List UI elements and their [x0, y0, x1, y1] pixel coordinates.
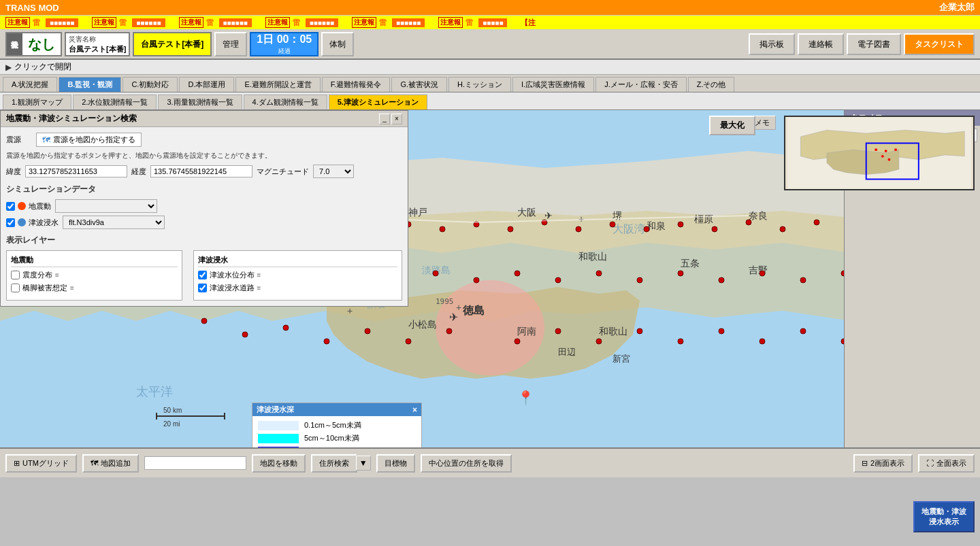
alert-dots-1: ■■■■■■: [46, 18, 78, 27]
tab-z[interactable]: Z.その他: [688, 77, 735, 92]
sim-panel: 地震動・津波シミュレーション検索 _ × 震源 🗺 震源を地図から指定する 震源…: [0, 110, 408, 307]
svg-text:+: +: [578, 214, 584, 224]
mag-select[interactable]: 7.0: [313, 165, 354, 178]
disaster-label: 災害名称: [69, 35, 126, 44]
sub-tab-row: 1.観測所マップ 2.水位観測情報一覧 3.雨量観測情報一覧 4.ダム観測情報一…: [0, 92, 980, 110]
legend-item-1: 0.1cm～5cm未満: [258, 420, 416, 430]
tasklist-btn[interactable]: タスクリスト: [904, 33, 975, 55]
board-btn[interactable]: 掲示板: [749, 33, 795, 55]
intensity-checkbox[interactable]: [11, 271, 20, 279]
quake-layer-col: 地震動 震度分布 ≡ 橋脚被害想定 ≡: [6, 250, 182, 301]
legend-label-2: 5cm～10cm未満: [304, 433, 359, 443]
legend-popup: 津波浸水深 × 0.1cm～5cm未満 5cm～10cm未満 10cm～30cm…: [252, 403, 422, 447]
thunder-icon-4: 雷: [293, 18, 300, 28]
sim-panel-minimize-btn[interactable]: _: [379, 114, 390, 124]
collapsible-bar[interactable]: ▶ クリックで開閉: [0, 60, 980, 75]
manage-btn[interactable]: 管理: [214, 32, 247, 56]
dual-view-btn[interactable]: ⊟ 2画面表示: [853, 454, 913, 473]
sub-tab-5[interactable]: 5.津波シミュレーション: [329, 95, 427, 109]
map-area[interactable]: 太平洋 大阪湾 播磨灘 淡路島 讃岐 倉敷 加古川 神戸 大阪 堺 和泉 橿原 …: [0, 110, 980, 447]
source-map-btn[interactable]: 🗺 震源を地図から指定する: [36, 133, 142, 147]
status-value: なし: [22, 34, 61, 55]
landmark-btn[interactable]: 目標物: [376, 454, 415, 473]
alert-label-1: 注意報: [5, 17, 30, 28]
map-icon: 🗺: [42, 135, 50, 145]
svg-text:橿原: 橿原: [694, 214, 713, 224]
tsunami-checkbox[interactable]: [6, 218, 15, 227]
map-add-btn[interactable]: 🗺 地図追加: [82, 454, 139, 473]
tsunami-road-checkbox[interactable]: [198, 284, 207, 292]
alert-label-5: 注意報: [352, 17, 376, 28]
tab-j[interactable]: J.メール・広報・安否: [595, 77, 687, 92]
alert-label-2: 注意報: [92, 17, 116, 28]
utm-grid-icon: ⊞: [14, 459, 20, 468]
typhoon-btn[interactable]: 台風テスト[本番]: [133, 32, 212, 56]
tsunami-layer-item-1: 津波水位分布 ≡: [198, 270, 397, 280]
tab-b[interactable]: B.監視・観測: [59, 77, 121, 92]
maximize-btn[interactable]: 最大化: [709, 116, 755, 135]
address-search-btn[interactable]: 住所検索: [311, 454, 357, 473]
tab-g[interactable]: G.被害状況: [391, 77, 447, 92]
sub-tab-4[interactable]: 4.ダム観測情報一覧: [244, 95, 327, 109]
quake-select[interactable]: [55, 199, 157, 213]
tsunami-row: 津波浸水 flt.N3div9a: [6, 216, 402, 229]
sub-tab-2[interactable]: 2.水位観測情報一覧: [73, 95, 157, 109]
alert-ticker: 注意報 雷 ■■■■■■ 注意報 雷 ■■■■■■ 注意報 雷 ■■■■■■ 注…: [0, 15, 980, 30]
move-map-btn[interactable]: 地図を移動: [252, 454, 306, 473]
alert-item-2: 注意報 雷 ■■■■■■: [86, 17, 173, 28]
tab-d[interactable]: D.本部運用: [179, 77, 234, 92]
tab-i[interactable]: I.広域災害医療情報: [512, 77, 594, 92]
legend-color-2: [258, 434, 299, 443]
utm-grid-btn[interactable]: ⊞ UTMグリッド: [5, 454, 77, 473]
svg-text:✈: ✈: [449, 311, 458, 323]
thunder-icon-6: 雷: [466, 18, 473, 28]
tsunami-checkbox-label[interactable]: 津波浸水: [6, 218, 59, 228]
tsunami-water-checkbox[interactable]: [198, 271, 207, 279]
svg-point-63: [678, 271, 683, 276]
tab-h[interactable]: H.ミッション: [448, 77, 511, 92]
svg-point-65: [760, 271, 765, 276]
tsunami-select[interactable]: flt.N3div9a: [63, 216, 165, 229]
svg-point-83: [760, 339, 765, 344]
tsunami-layer-item-2: 津波浸水道路 ≡: [198, 283, 397, 293]
sim-panel-close-btn[interactable]: ×: [391, 114, 402, 124]
svg-point-79: [596, 339, 602, 344]
svg-point-40: [610, 222, 615, 227]
alert-item-4: 注意報 雷 ■■■■■■: [260, 17, 346, 28]
alert-dots-5: ■■■■■■: [392, 18, 425, 27]
bridge-checkbox[interactable]: [11, 284, 20, 292]
tab-f[interactable]: F.避難情報発令: [322, 77, 391, 92]
layers-label: 表示レイヤー: [6, 235, 402, 246]
svg-text:20 mi: 20 mi: [163, 420, 180, 428]
main-tab-row: A.状況把握 B.監視・観測 C.初動対応 D.本部運用 E.避難所開設と運営 …: [0, 75, 980, 92]
tab-a[interactable]: A.状況把握: [3, 77, 57, 92]
svg-text:小松島: 小松島: [408, 320, 437, 330]
mag-label: マグニチュード: [257, 167, 309, 177]
sub-tab-1[interactable]: 1.観測所マップ: [3, 95, 71, 109]
taisei-btn[interactable]: 体制: [321, 32, 354, 56]
tab-c[interactable]: C.初動対応: [122, 77, 178, 92]
lat-input[interactable]: [25, 165, 127, 177]
legend-color-3: [258, 447, 299, 448]
svg-point-60: [555, 277, 561, 283]
svg-text:1995: 1995: [436, 297, 454, 306]
sub-tab-3[interactable]: 3.雨量観測情報一覧: [158, 95, 242, 109]
quake-checkbox[interactable]: [6, 202, 15, 211]
search-input[interactable]: [144, 456, 246, 470]
fullscreen-btn[interactable]: ⛶ 全面表示: [918, 454, 975, 473]
legend-close-btn[interactable]: ×: [412, 405, 417, 415]
svg-point-58: [474, 277, 479, 283]
svg-text:田辺: 田辺: [558, 347, 576, 357]
tab-e[interactable]: E.避難所開設と運営: [235, 77, 320, 92]
svg-point-70: [201, 318, 207, 324]
contact-btn[interactable]: 連絡帳: [798, 33, 844, 55]
lon-input[interactable]: [150, 165, 252, 177]
svg-point-104: [894, 148, 897, 151]
quake-checkbox-label[interactable]: 地震動: [6, 201, 51, 211]
svg-text:奈良: 奈良: [749, 211, 768, 221]
earthquake-display-btn[interactable]: 地震動・津波浸水表示: [913, 501, 975, 532]
center-address-btn[interactable]: 中心位置の住所を取得: [421, 454, 512, 473]
svg-point-35: [440, 226, 445, 232]
hint-text: 震源を地図から指定するボタンを押すと、地図から震源地を設定することができます。: [6, 151, 402, 160]
library-btn[interactable]: 電子図書: [847, 33, 901, 55]
